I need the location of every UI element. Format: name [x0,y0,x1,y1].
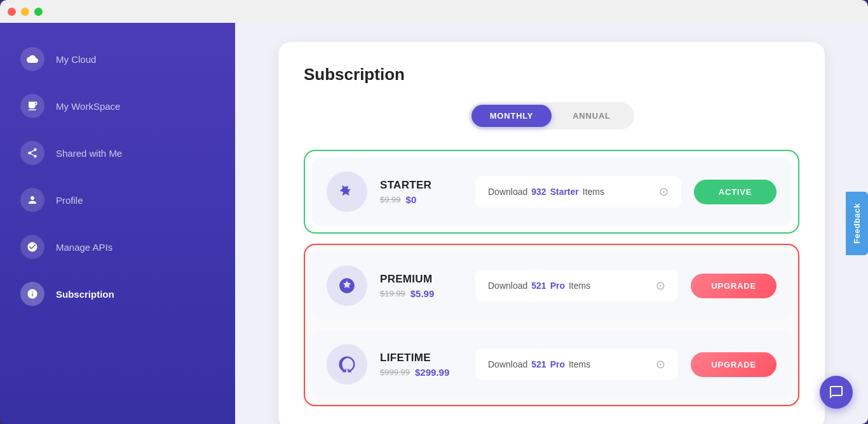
starter-download-label: Download [488,187,527,197]
premium-upgrade-button[interactable]: UPGRADE [691,274,776,298]
starter-plan-wrapper: STARTER $9.99 $0 Download 932 Starter It… [304,150,799,234]
my-workspace-icon [20,94,44,118]
chat-button[interactable] [820,376,853,409]
lifetime-items-label: Items [569,359,590,369]
app-window: My Cloud My WorkSpace Shared with [0,0,868,424]
lifetime-download-label: Download [488,359,527,369]
annual-toggle-btn[interactable]: ANNUAL [552,105,632,127]
sidebar-label-subscription: Subscription [56,289,114,300]
sidebar-label-my-workspace: My WorkSpace [56,101,120,112]
sidebar-label-shared-with-me: Shared with Me [56,148,122,159]
lifetime-plan-card: LIFETIME $999.99 $299.99 Download 521 Pr… [311,330,792,399]
starter-price-current: $0 [406,194,417,205]
close-dot[interactable] [8,8,16,16]
premium-items-label: Items [569,281,590,291]
premium-download-label: Download [488,281,527,291]
lifetime-plan-pricing: $999.99 $299.99 [380,367,463,378]
premium-count: 521 [531,281,546,291]
lifetime-chevron-icon[interactable]: ⊙ [656,357,665,371]
feedback-tab[interactable]: Feedback [846,192,868,255]
lifetime-plan-details: Download 521 Pro Items ⊙ [475,348,678,380]
starter-plan-info: STARTER $9.99 $0 [380,179,463,205]
feedback-label: Feedback [852,203,862,244]
maximize-dot[interactable] [34,8,43,16]
lifetime-count: 521 [531,359,546,369]
starter-chevron-icon[interactable]: ⊙ [659,185,668,199]
sidebar-label-my-cloud: My Cloud [56,54,96,65]
premium-plan-name: PREMIUM [380,273,463,286]
minimize-dot[interactable] [21,8,29,16]
lifetime-type: Pro [550,359,565,369]
starter-items-label: Items [583,187,604,197]
premium-price-original: $19.99 [380,289,405,298]
sidebar-item-shared-with-me[interactable]: Shared with Me [0,129,235,176]
starter-plan-card: STARTER $9.99 $0 Download 932 Starter It… [311,157,792,226]
profile-icon [20,188,44,212]
starter-type: Starter [550,187,579,197]
manage-apis-icon [20,235,44,259]
my-cloud-icon [20,47,44,71]
lifetime-plan-icon [327,344,367,385]
subscription-icon [20,282,44,306]
window-chrome [0,0,868,23]
shared-with-me-icon [20,141,44,165]
premium-lifetime-wrapper: PREMIUM $19.99 $5.99 Download 521 Pro It… [304,244,799,406]
starter-active-button[interactable]: ACTIVE [694,180,776,204]
monthly-toggle-btn[interactable]: MONTHLY [471,105,552,127]
starter-plan-name: STARTER [380,179,463,192]
lifetime-upgrade-button[interactable]: UPGRADE [691,352,776,377]
starter-count: 932 [531,187,546,197]
lifetime-plan-info: LIFETIME $999.99 $299.99 [380,352,463,378]
billing-toggle: MONTHLY ANNUAL [469,102,634,129]
premium-plan-icon [327,265,367,306]
premium-type: Pro [550,281,565,291]
premium-plan-info: PREMIUM $19.99 $5.99 [380,273,463,299]
premium-price-current: $5.99 [410,288,435,299]
lifetime-price-current: $299.99 [415,367,449,378]
sidebar-item-subscription[interactable]: Subscription [0,270,235,317]
premium-plan-pricing: $19.99 $5.99 [380,288,463,299]
starter-price-original: $9.99 [380,195,401,204]
sidebar: My Cloud My WorkSpace Shared with [0,23,235,424]
sidebar-label-profile: Profile [56,195,83,206]
lifetime-plan-name: LIFETIME [380,352,463,364]
starter-plan-details: Download 932 Starter Items ⊙ [475,176,681,208]
sidebar-item-profile[interactable]: Profile [0,176,235,223]
premium-plan-card: PREMIUM $19.99 $5.99 Download 521 Pro It… [311,251,792,320]
sidebar-label-manage-apis: Manage APIs [56,242,112,253]
lifetime-price-original: $999.99 [380,368,410,377]
premium-plan-details: Download 521 Pro Items ⊙ [475,270,678,301]
main-content: Subscription MONTHLY ANNUAL [235,23,868,424]
sidebar-item-my-workspace[interactable]: My WorkSpace [0,83,235,129]
page-title: Subscription [304,65,799,84]
sidebar-item-manage-apis[interactable]: Manage APIs [0,223,235,270]
app-container: My Cloud My WorkSpace Shared with [0,0,868,424]
sidebar-item-my-cloud[interactable]: My Cloud [0,36,235,83]
starter-plan-pricing: $9.99 $0 [380,194,463,205]
premium-chevron-icon[interactable]: ⊙ [656,279,665,293]
starter-plan-icon [327,171,367,212]
subscription-card: Subscription MONTHLY ANNUAL [278,42,825,424]
